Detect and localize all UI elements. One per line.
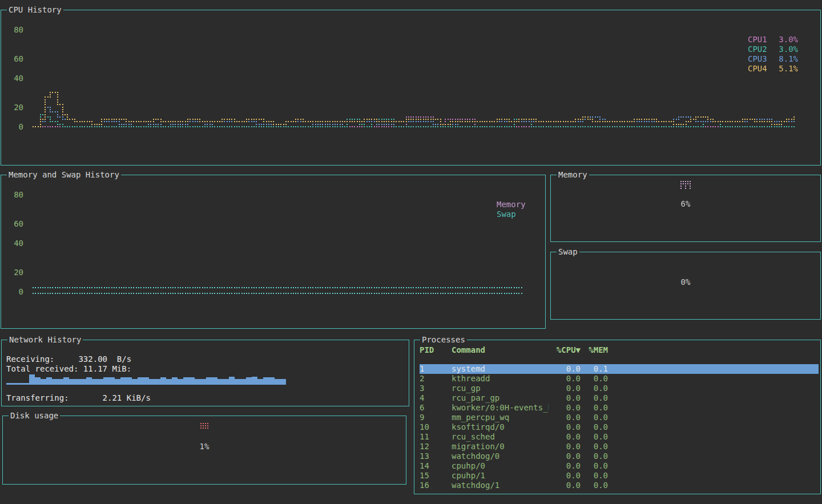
process-mem: 0.0 <box>581 481 608 490</box>
process-command: kworker/0:0H-events_high <box>452 403 549 413</box>
table-row[interactable]: 4rcu_par_gp0.00.0 <box>420 393 819 403</box>
process-mem: 0.1 <box>581 364 608 374</box>
processes-header-row: PID Command %CPU▼ %MEM <box>420 345 819 355</box>
process-mem: 0.0 <box>581 442 608 451</box>
process-pid: 14 <box>420 461 452 471</box>
process-pid: 16 <box>420 481 452 490</box>
column-header-command[interactable]: Command <box>452 345 549 355</box>
process-mem: 0.0 <box>581 393 608 403</box>
table-row[interactable]: 10ksoftirqd/00.00.0 <box>420 422 819 432</box>
column-header-mem[interactable]: %MEM <box>581 345 608 355</box>
network-history-title: Network History <box>7 335 83 344</box>
memswap-legend-entry: Swap <box>497 209 526 219</box>
process-pid: 13 <box>420 451 452 461</box>
process-mem: 0.0 <box>581 422 608 432</box>
process-cpu: 0.0 <box>549 422 581 432</box>
process-mem: 0.0 <box>581 451 608 461</box>
cpu-legend-entry: CPU23.0% <box>748 45 798 54</box>
process-command: rcu_gp <box>452 384 549 393</box>
memory-swap-history-panel: Memory and Swap History 806040200 Memory… <box>1 175 546 329</box>
process-cpu: 0.0 <box>549 374 581 384</box>
process-cpu: 0.0 <box>549 481 581 490</box>
memory-swap-history-chart <box>1 175 545 328</box>
process-mem: 0.0 <box>581 413 608 422</box>
cpu-history-chart <box>1 10 820 165</box>
process-command: rcu_sched <box>452 432 549 442</box>
process-cpu: 0.0 <box>549 461 581 471</box>
process-cpu: 0.0 <box>549 384 581 393</box>
process-pid: 1 <box>420 364 452 374</box>
process-pid: 3 <box>420 384 452 393</box>
memory-gauge-dots <box>680 181 691 189</box>
disk-usage-title: Disk usage <box>9 411 60 420</box>
process-pid: 15 <box>420 471 452 481</box>
cpu-legend-name: CPU2 <box>748 45 767 54</box>
processes-panel: Processes PID Command %CPU▼ %MEM 1system… <box>414 340 821 494</box>
table-row[interactable]: 2kthreadd0.00.0 <box>420 374 819 384</box>
table-row[interactable]: 12migration/00.00.0 <box>420 442 819 451</box>
memory-gauge-title: Memory <box>557 170 589 179</box>
process-mem: 0.0 <box>581 403 608 413</box>
process-pid: 9 <box>420 413 452 422</box>
table-row[interactable]: 15cpuhp/10.00.0 <box>420 471 819 481</box>
cpu-legend-value: 8.1% <box>779 54 798 64</box>
process-command: cpuhp/0 <box>452 461 549 471</box>
process-cpu: 0.0 <box>549 451 581 461</box>
process-mem: 0.0 <box>581 384 608 393</box>
process-pid: 10 <box>420 422 452 432</box>
process-mem: 0.0 <box>581 374 608 384</box>
process-cpu: 0.0 <box>549 442 581 451</box>
swap-gauge-title: Swap <box>557 247 579 256</box>
process-cpu: 0.0 <box>549 393 581 403</box>
process-table: 1systemd0.00.12kthreadd0.00.03rcu_gp0.00… <box>420 364 819 490</box>
system-monitor-screen: CPU History 806040200 CPU13.0%CPU23.0%CP… <box>0 0 822 504</box>
process-command: ksoftirqd/0 <box>452 422 549 432</box>
process-pid: 12 <box>420 442 452 451</box>
process-command: migration/0 <box>452 442 549 451</box>
column-header-cpu-sorted[interactable]: %CPU▼ <box>549 345 581 355</box>
process-command: watchdog/0 <box>452 451 549 461</box>
process-mem: 0.0 <box>581 461 608 471</box>
memory-gauge-value: 6% <box>551 200 820 208</box>
table-row[interactable]: 3rcu_gp0.00.0 <box>420 384 819 393</box>
table-row[interactable]: 6kworker/0:0H-events_high0.00.0 <box>420 403 819 413</box>
process-cpu: 0.0 <box>549 413 581 422</box>
table-row[interactable]: 9mm_percpu_wq0.00.0 <box>420 413 819 422</box>
cpu-legend-value: 5.1% <box>779 64 798 74</box>
process-mem: 0.0 <box>581 471 608 481</box>
network-receiving-text: Receiving: 332.00 B/s <box>6 355 131 363</box>
network-history-panel: Network History Receiving: 332.00 B/s To… <box>1 340 409 406</box>
process-cpu: 0.0 <box>549 403 581 413</box>
memory-gauge-panel: Memory 6% <box>550 175 821 242</box>
table-row[interactable]: 1systemd0.00.1 <box>420 364 819 374</box>
cpu-history-panel: CPU History 806040200 CPU13.0%CPU23.0%CP… <box>1 10 821 166</box>
cpu-legend-value: 3.0% <box>779 35 798 45</box>
process-command: kthreadd <box>452 374 549 384</box>
process-pid: 6 <box>420 403 452 413</box>
table-row[interactable]: 13watchdog/00.00.0 <box>420 451 819 461</box>
process-mem: 0.0 <box>581 432 608 442</box>
processes-title: Processes <box>420 335 467 344</box>
swap-gauge-value: 0% <box>551 278 820 286</box>
cpu-legend-entry: CPU38.1% <box>748 54 798 64</box>
process-pid: 2 <box>420 374 452 384</box>
swap-gauge-panel: Swap 0% <box>550 252 821 320</box>
memory-swap-legend: MemorySwap <box>497 200 526 219</box>
table-row[interactable]: 16watchdog/10.00.0 <box>420 481 819 490</box>
process-command: mm_percpu_wq <box>452 413 549 422</box>
table-row[interactable]: 11rcu_sched0.00.0 <box>420 432 819 442</box>
table-row[interactable]: 14cpuhp/00.00.0 <box>420 461 819 471</box>
network-total-received-text: Total received: 11.17 MiB: <box>6 365 131 373</box>
cpu-legend: CPU13.0%CPU23.0%CPU38.1%CPU45.1% <box>748 35 798 74</box>
column-header-pid[interactable]: PID <box>420 345 452 355</box>
network-transferring-text: Transferring: 2.21 KiB/s <box>6 394 151 402</box>
cpu-legend-value: 3.0% <box>779 45 798 54</box>
process-cpu: 0.0 <box>549 364 581 374</box>
cpu-legend-name: CPU4 <box>748 64 767 74</box>
process-cpu: 0.0 <box>549 471 581 481</box>
disk-usage-panel: Disk usage 1% <box>2 416 406 485</box>
cpu-legend-name: CPU3 <box>748 54 767 64</box>
process-pid: 11 <box>420 432 452 442</box>
process-command: watchdog/1 <box>452 481 549 490</box>
disk-gauge-dots <box>200 423 208 429</box>
